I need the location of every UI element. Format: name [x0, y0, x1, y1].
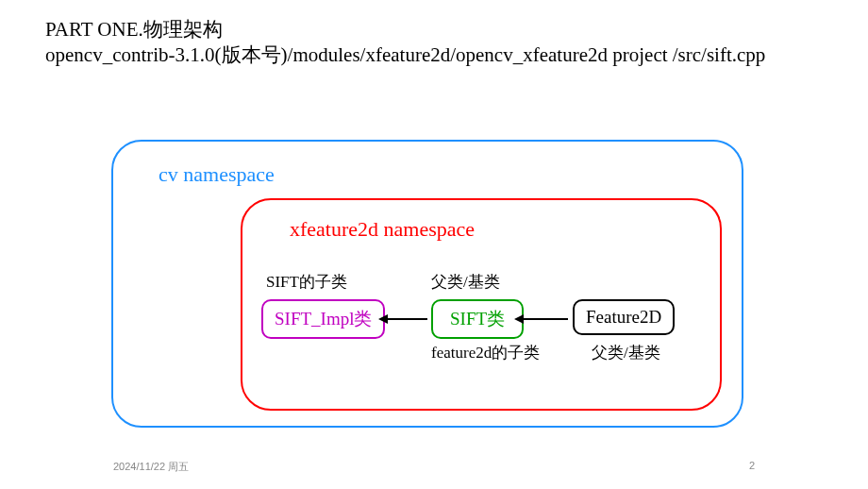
page-header: PART ONE.物理架构 opencv_contrib-3.1.0(版本号)/… [45, 17, 765, 69]
cv-namespace-label: cv namespace [159, 162, 275, 187]
footer-page-number: 2 [749, 460, 755, 474]
class-box-sift: SIFT类 [431, 299, 524, 339]
xfeature2d-namespace-box: xfeature2d namespace SIFT的子类 父类/基类 SIFT_… [241, 198, 722, 411]
footer-date: 2024/11/22 周五 [113, 460, 189, 474]
xfeature2d-namespace-label: xfeature2d namespace [290, 217, 475, 242]
header-line-1: PART ONE.物理架构 [45, 17, 765, 42]
annotation-sift-subclass: SIFT的子类 [266, 271, 347, 293]
cv-namespace-box: cv namespace xfeature2d namespace SIFT的子… [111, 140, 743, 428]
arrow-sift-to-siftimpl [380, 318, 427, 320]
annotation-parent-2: 父类/基类 [592, 342, 660, 363]
class-box-feature2d: Feature2D [573, 299, 675, 335]
page-footer: 2024/11/22 周五 2 [113, 460, 755, 474]
annotation-parent-1: 父类/基类 [431, 271, 500, 293]
header-line-2: opencv_contrib-3.1.0(版本号)/modules/xfeatu… [45, 42, 765, 68]
arrow-feature2d-to-sift [516, 318, 568, 320]
class-box-sift-impl: SIFT_Impl类 [261, 299, 385, 339]
annotation-feature2d-subclass: feature2d的子类 [431, 342, 540, 363]
